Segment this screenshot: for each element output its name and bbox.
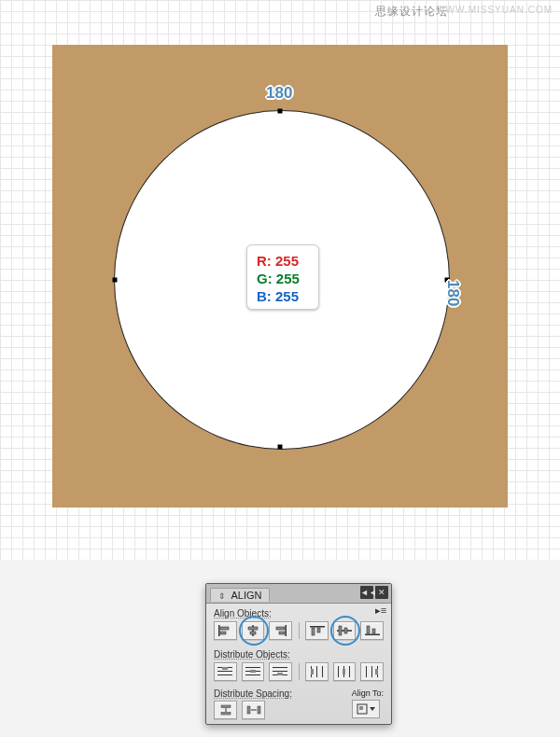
- svg-rect-24: [245, 674, 260, 675]
- align-vcenter-icon: [337, 625, 352, 636]
- rgb-r-label: R: 255: [257, 252, 318, 270]
- dist-right-icon: [365, 666, 380, 677]
- dist-bottom-icon: [273, 666, 287, 677]
- panel-close-button[interactable]: ✕: [375, 586, 388, 599]
- workspace-canvas[interactable]: 180 180 R: 255 G: 255 B: 255 思缘设计论坛 WWW.…: [0, 0, 560, 560]
- dist-left-button[interactable]: [305, 662, 329, 681]
- svg-rect-11: [317, 628, 320, 633]
- svg-rect-5: [250, 632, 256, 634]
- svg-rect-38: [366, 666, 367, 677]
- svg-rect-42: [221, 705, 231, 708]
- svg-rect-41: [375, 669, 378, 674]
- align-right-icon: [273, 625, 287, 636]
- svg-rect-34: [338, 666, 339, 677]
- dist-space-h-button[interactable]: [242, 701, 265, 719]
- align-vcenter-button[interactable]: [333, 621, 357, 640]
- svg-rect-31: [316, 666, 317, 677]
- svg-rect-32: [322, 666, 323, 677]
- rgb-b-label: B: 255: [257, 287, 318, 305]
- dist-left-icon: [310, 666, 325, 677]
- svg-rect-22: [245, 667, 260, 668]
- svg-rect-27: [273, 671, 287, 672]
- svg-rect-9: [310, 626, 325, 628]
- rgb-swatch-tooltip: R: 255 G: 255 B: 255: [246, 244, 319, 310]
- dist-bottom-button[interactable]: [269, 662, 292, 681]
- panel-menu-button[interactable]: ▸≡: [374, 605, 387, 618]
- svg-rect-4: [248, 627, 258, 630]
- svg-rect-16: [367, 626, 370, 633]
- distribute-spacing-section: Distribute Spacing: Align To:: [206, 686, 391, 719]
- svg-rect-39: [371, 666, 372, 677]
- align-top-button[interactable]: [305, 621, 329, 640]
- svg-rect-19: [217, 671, 232, 672]
- svg-rect-26: [273, 667, 287, 668]
- svg-rect-14: [344, 628, 347, 633]
- align-left-icon: [217, 625, 232, 636]
- align-panel-header[interactable]: ⇕ ALIGN ◄◄ ✕: [206, 584, 391, 604]
- align-left-button[interactable]: [214, 621, 237, 640]
- svg-rect-17: [372, 629, 375, 633]
- align-panel-title: ALIGN: [231, 590, 261, 601]
- svg-rect-7: [276, 627, 285, 630]
- dist-vcenter-button[interactable]: [242, 662, 265, 681]
- dist-space-v-icon: [218, 704, 233, 716]
- svg-rect-43: [221, 713, 231, 716]
- dist-right-button[interactable]: [360, 662, 384, 681]
- svg-rect-0: [218, 625, 220, 636]
- svg-rect-15: [365, 634, 380, 636]
- align-hcenter-icon: [245, 625, 260, 636]
- collapse-toggle-icon[interactable]: ⇕: [218, 591, 226, 601]
- watermark-url: WWW.MISSYUAN.COM: [436, 5, 553, 15]
- svg-rect-36: [349, 666, 350, 677]
- svg-rect-33: [311, 669, 314, 674]
- dist-space-v-button[interactable]: [214, 701, 237, 719]
- dimension-label-right: 180: [443, 280, 462, 306]
- svg-rect-37: [343, 669, 345, 674]
- panel-collapse-button[interactable]: ◄◄: [360, 586, 373, 599]
- align-panel-tab[interactable]: ⇕ ALIGN: [210, 588, 270, 602]
- svg-rect-21: [222, 667, 228, 670]
- svg-rect-45: [258, 706, 260, 714]
- align-top-icon: [310, 625, 325, 636]
- svg-rect-2: [220, 632, 226, 634]
- dist-vcenter-icon: [245, 666, 260, 677]
- divider: [299, 663, 300, 680]
- svg-rect-13: [339, 626, 342, 635]
- dist-hcenter-icon: [337, 666, 352, 677]
- svg-rect-8: [279, 632, 285, 634]
- anchor-bottom[interactable]: [278, 445, 283, 450]
- distribute-objects-label: Distribute Objects:: [214, 649, 384, 660]
- align-hcenter-button[interactable]: [242, 621, 265, 640]
- svg-rect-20: [217, 674, 232, 675]
- dimension-label-top: 180: [266, 84, 292, 103]
- align-right-button[interactable]: [269, 621, 292, 640]
- dist-top-icon: [217, 666, 232, 677]
- svg-rect-25: [250, 670, 256, 673]
- align-bottom-icon: [365, 625, 380, 636]
- align-bottom-button[interactable]: [360, 621, 384, 640]
- align-objects-section: Align Objects:: [206, 604, 391, 640]
- dist-hcenter-button[interactable]: [333, 662, 357, 681]
- anchor-top[interactable]: [278, 109, 283, 114]
- svg-rect-6: [286, 625, 287, 636]
- rgb-g-label: G: 255: [257, 270, 318, 287]
- chevron-down-icon: [370, 707, 375, 711]
- align-to-section: Align To:: [352, 688, 384, 718]
- divider: [299, 622, 300, 639]
- align-to-dropdown[interactable]: [352, 700, 380, 718]
- anchor-left[interactable]: [113, 278, 118, 283]
- svg-rect-1: [220, 627, 229, 630]
- svg-rect-44: [247, 706, 250, 714]
- svg-rect-47: [359, 706, 363, 710]
- align-to-selection-icon: [357, 703, 368, 715]
- dist-space-h-icon: [246, 704, 261, 716]
- distribute-spacing-label: Distribute Spacing:: [214, 688, 292, 699]
- dist-top-button[interactable]: [214, 662, 237, 681]
- svg-rect-10: [312, 628, 315, 635]
- svg-rect-29: [277, 673, 283, 675]
- align-to-label: Align To:: [352, 688, 384, 698]
- align-objects-label: Align Objects:: [214, 608, 384, 619]
- distribute-objects-section: Distribute Objects:: [206, 645, 391, 681]
- align-panel[interactable]: ⇕ ALIGN ◄◄ ✕ ▸≡ Align Objects:: [205, 583, 392, 725]
